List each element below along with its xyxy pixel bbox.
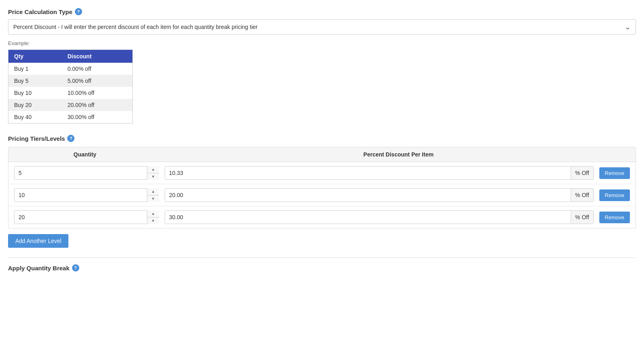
spinner-down-0[interactable]: ▼ [147, 173, 159, 180]
discount-input-0[interactable] [165, 167, 571, 179]
qty-input-wrapper-0: ▲ ▼ [14, 166, 159, 180]
example-table-row: Buy 1 0.00% off [8, 63, 133, 75]
quantity-input-2[interactable] [14, 210, 159, 224]
price-calc-type-title: Price Calculation Type ? [8, 8, 636, 15]
pct-off-label-0: % Off [571, 167, 593, 179]
tier-rows-container: ▲ ▼ % Off Remove ▲ ▼ % Off Remove [8, 162, 636, 228]
price-calc-type-dropdown-wrapper: Percent Discount - I will enter the perc… [8, 19, 636, 35]
price-calc-type-help-icon[interactable]: ? [75, 8, 82, 15]
example-discount-cell: 20.00% off [62, 99, 133, 111]
discount-input-1[interactable] [165, 189, 571, 202]
tiers-table: Quantity Percent Discount Per Item ▲ ▼ %… [8, 147, 636, 228]
price-calc-type-select[interactable]: Percent Discount - I will enter the perc… [8, 20, 636, 34]
spinner-down-1[interactable]: ▼ [147, 195, 159, 202]
example-col-discount: Discount [62, 50, 133, 63]
example-qty-cell: Buy 40 [8, 111, 62, 123]
tier-row: ▲ ▼ % Off Remove [8, 206, 636, 228]
example-table-row: Buy 10 10.00% off [8, 87, 133, 99]
example-table: Qty Discount Buy 1 0.00% off Buy 5 5.00%… [8, 49, 133, 123]
remove-button-1[interactable]: Remove [599, 189, 630, 201]
discount-input-2[interactable] [165, 211, 571, 224]
discount-input-wrapper-2: % Off [165, 210, 594, 224]
example-qty-cell: Buy 5 [8, 75, 62, 87]
spinner-down-2[interactable]: ▼ [147, 218, 159, 224]
example-discount-cell: 10.00% off [62, 87, 133, 99]
spinner-0: ▲ ▼ [147, 166, 159, 180]
example-qty-cell: Buy 10 [8, 87, 62, 99]
apply-quantity-break-title: Apply Quantity Break ? [8, 264, 636, 272]
quantity-input-0[interactable] [14, 166, 159, 180]
example-qty-cell: Buy 20 [8, 99, 62, 111]
example-label: Example: [8, 40, 636, 46]
qty-input-wrapper-2: ▲ ▼ [14, 210, 159, 224]
discount-input-wrapper-1: % Off [165, 188, 594, 202]
qty-input-wrapper-1: ▲ ▼ [14, 188, 159, 202]
example-table-row: Buy 20 20.00% off [8, 99, 133, 111]
spinner-up-2[interactable]: ▲ [147, 210, 159, 218]
pct-off-label-1: % Off [571, 189, 593, 202]
add-another-level-button[interactable]: Add Another Level [8, 234, 68, 248]
tier-row: ▲ ▼ % Off Remove [8, 162, 636, 184]
section-divider [8, 257, 636, 258]
pricing-tiers-title: Pricing Tiers/Levels ? [8, 135, 636, 142]
tier-row: ▲ ▼ % Off Remove [8, 184, 636, 206]
discount-input-wrapper-0: % Off [165, 166, 594, 180]
tiers-col-discount: Percent Discount Per Item [161, 151, 636, 158]
spinner-up-1[interactable]: ▲ [147, 188, 159, 195]
pricing-tiers-section: Pricing Tiers/Levels ? Quantity Percent … [8, 135, 636, 248]
pct-off-label-2: % Off [571, 211, 593, 224]
remove-button-2[interactable]: Remove [599, 212, 630, 223]
example-discount-cell: 30.00% off [62, 111, 133, 123]
tiers-col-quantity: Quantity [8, 151, 161, 158]
example-table-row: Buy 40 30.00% off [8, 111, 133, 123]
spinner-1: ▲ ▼ [147, 188, 159, 202]
tiers-header: Quantity Percent Discount Per Item [8, 147, 636, 162]
remove-button-0[interactable]: Remove [599, 167, 630, 179]
example-discount-cell: 0.00% off [62, 63, 133, 75]
example-table-row: Buy 5 5.00% off [8, 75, 133, 87]
apply-quantity-break-help-icon[interactable]: ? [72, 264, 79, 272]
example-qty-cell: Buy 1 [8, 63, 62, 75]
quantity-input-1[interactable] [14, 188, 159, 202]
spinner-2: ▲ ▼ [147, 210, 159, 224]
pricing-tiers-help-icon[interactable]: ? [67, 135, 74, 142]
spinner-up-0[interactable]: ▲ [147, 166, 159, 173]
example-discount-cell: 5.00% off [62, 75, 133, 87]
example-col-qty: Qty [8, 50, 62, 63]
